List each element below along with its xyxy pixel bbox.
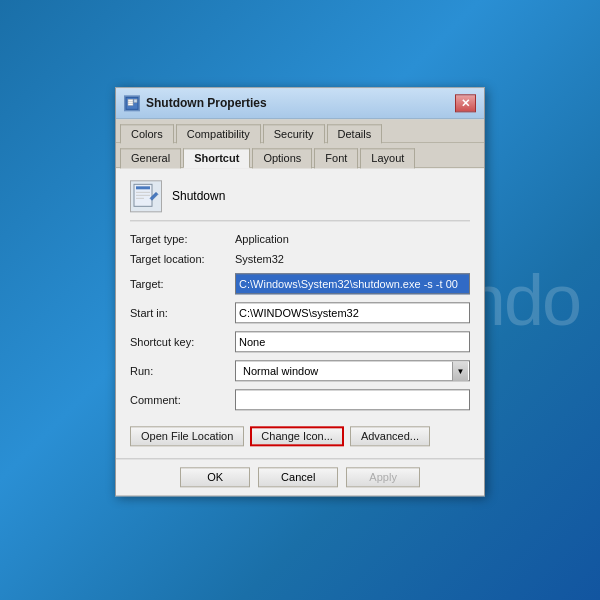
tab-options[interactable]: Options (252, 148, 312, 168)
tab-layout[interactable]: Layout (360, 148, 415, 168)
start-in-row: Start in: (130, 302, 470, 323)
shortcut-key-input[interactable] (235, 331, 470, 352)
target-location-label: Target location: (130, 253, 235, 265)
tabs-row-1: Colors Compatibility Security Details (116, 119, 484, 143)
close-button[interactable]: ✕ (455, 94, 476, 112)
start-in-label: Start in: (130, 307, 235, 319)
apply-button[interactable]: Apply (346, 467, 420, 487)
comment-input[interactable] (235, 389, 470, 410)
change-icon-button[interactable]: Change Icon... (250, 426, 344, 446)
dialog-body: Shutdown Target type: Application Target… (116, 168, 484, 458)
run-row: Run: Normal window Minimized Maximized ▼ (130, 360, 470, 381)
ok-button[interactable]: OK (180, 467, 250, 487)
tab-details[interactable]: Details (327, 124, 383, 143)
shortcut-header: Shutdown (130, 180, 470, 221)
target-row: Target: (130, 273, 470, 294)
target-input[interactable] (235, 273, 470, 294)
shortcut-key-label: Shortcut key: (130, 336, 235, 348)
tab-colors[interactable]: Colors (120, 124, 174, 143)
target-type-value: Application (235, 233, 289, 245)
target-location-row: Target location: System32 (130, 253, 470, 265)
run-label: Run: (130, 365, 235, 377)
shortcut-display-name: Shutdown (172, 189, 225, 203)
run-select-wrapper: Normal window Minimized Maximized ▼ (235, 360, 470, 381)
open-file-location-button[interactable]: Open File Location (130, 426, 244, 446)
comment-row: Comment: (130, 389, 470, 410)
tab-security[interactable]: Security (263, 124, 325, 143)
tabs-row-2: General Shortcut Options Font Layout (116, 143, 484, 168)
run-select[interactable]: Normal window Minimized Maximized (235, 360, 470, 381)
cancel-button[interactable]: Cancel (258, 467, 338, 487)
dialog-footer: OK Cancel Apply (116, 458, 484, 495)
action-buttons: Open File Location Change Icon... Advanc… (130, 420, 470, 446)
target-type-label: Target type: (130, 233, 235, 245)
target-location-value: System32 (235, 253, 284, 265)
shutdown-properties-dialog: Shutdown Properties ✕ Colors Compatibili… (115, 87, 485, 496)
svg-rect-6 (136, 186, 150, 189)
start-in-input[interactable] (235, 302, 470, 323)
target-label: Target: (130, 278, 235, 290)
dialog-icon (124, 95, 140, 111)
tab-compatibility[interactable]: Compatibility (176, 124, 261, 143)
title-bar-controls: ✕ (455, 94, 476, 112)
tab-font[interactable]: Font (314, 148, 358, 168)
title-bar-left: Shutdown Properties (124, 95, 267, 111)
comment-label: Comment: (130, 394, 235, 406)
shortcut-key-row: Shortcut key: (130, 331, 470, 352)
svg-rect-2 (134, 99, 137, 102)
dialog-title: Shutdown Properties (146, 96, 267, 110)
tab-general[interactable]: General (120, 148, 181, 168)
advanced-button[interactable]: Advanced... (350, 426, 430, 446)
target-type-row: Target type: Application (130, 233, 470, 245)
tab-shortcut[interactable]: Shortcut (183, 148, 250, 168)
shortcut-icon (130, 180, 162, 212)
title-bar: Shutdown Properties ✕ (116, 88, 484, 119)
svg-rect-1 (128, 99, 133, 105)
